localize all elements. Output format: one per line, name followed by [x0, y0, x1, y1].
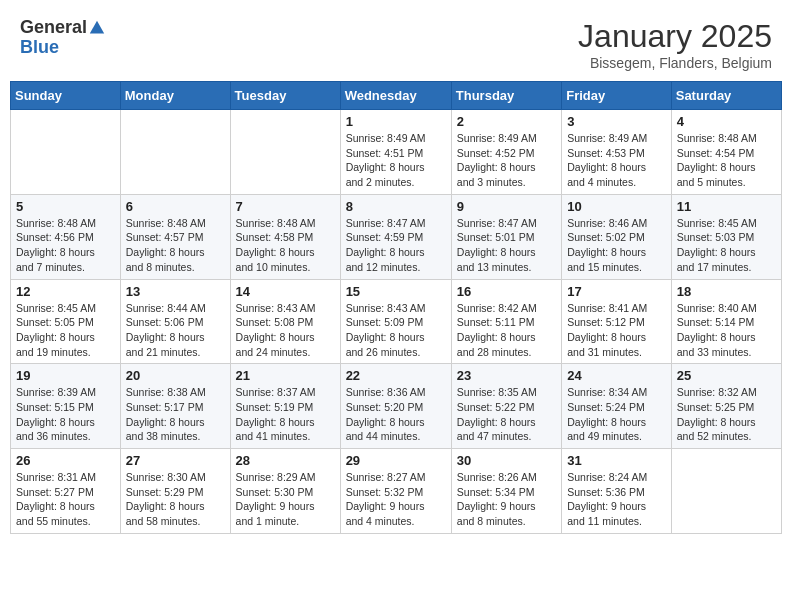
calendar-cell: 10Sunrise: 8:46 AM Sunset: 5:02 PM Dayli…: [562, 194, 672, 279]
calendar-cell: 30Sunrise: 8:26 AM Sunset: 5:34 PM Dayli…: [451, 449, 561, 534]
header: General Blue January 2025 Bissegem, Flan…: [10, 10, 782, 77]
weekday-header-friday: Friday: [562, 82, 672, 110]
day-number: 27: [126, 453, 225, 468]
day-number: 23: [457, 368, 556, 383]
calendar-cell: 24Sunrise: 8:34 AM Sunset: 5:24 PM Dayli…: [562, 364, 672, 449]
calendar-cell: 21Sunrise: 8:37 AM Sunset: 5:19 PM Dayli…: [230, 364, 340, 449]
location-text: Bissegem, Flanders, Belgium: [578, 55, 772, 71]
calendar-cell: [11, 110, 121, 195]
day-info: Sunrise: 8:31 AM Sunset: 5:27 PM Dayligh…: [16, 470, 115, 529]
day-info: Sunrise: 8:35 AM Sunset: 5:22 PM Dayligh…: [457, 385, 556, 444]
day-number: 5: [16, 199, 115, 214]
calendar-cell: 11Sunrise: 8:45 AM Sunset: 5:03 PM Dayli…: [671, 194, 781, 279]
title-area: January 2025 Bissegem, Flanders, Belgium: [578, 18, 772, 71]
day-info: Sunrise: 8:32 AM Sunset: 5:25 PM Dayligh…: [677, 385, 776, 444]
day-info: Sunrise: 8:48 AM Sunset: 4:57 PM Dayligh…: [126, 216, 225, 275]
day-info: Sunrise: 8:49 AM Sunset: 4:52 PM Dayligh…: [457, 131, 556, 190]
day-info: Sunrise: 8:41 AM Sunset: 5:12 PM Dayligh…: [567, 301, 666, 360]
day-number: 11: [677, 199, 776, 214]
day-number: 8: [346, 199, 446, 214]
day-info: Sunrise: 8:43 AM Sunset: 5:08 PM Dayligh…: [236, 301, 335, 360]
svg-marker-0: [90, 21, 104, 34]
day-number: 26: [16, 453, 115, 468]
logo-general-text: General: [20, 18, 87, 38]
logo-blue-text: Blue: [20, 38, 106, 58]
day-info: Sunrise: 8:42 AM Sunset: 5:11 PM Dayligh…: [457, 301, 556, 360]
calendar-cell: 17Sunrise: 8:41 AM Sunset: 5:12 PM Dayli…: [562, 279, 672, 364]
day-number: 6: [126, 199, 225, 214]
day-number: 21: [236, 368, 335, 383]
calendar-cell: [120, 110, 230, 195]
day-number: 20: [126, 368, 225, 383]
day-number: 17: [567, 284, 666, 299]
day-number: 2: [457, 114, 556, 129]
calendar-cell: 15Sunrise: 8:43 AM Sunset: 5:09 PM Dayli…: [340, 279, 451, 364]
day-info: Sunrise: 8:46 AM Sunset: 5:02 PM Dayligh…: [567, 216, 666, 275]
calendar-cell: 22Sunrise: 8:36 AM Sunset: 5:20 PM Dayli…: [340, 364, 451, 449]
calendar-cell: 3Sunrise: 8:49 AM Sunset: 4:53 PM Daylig…: [562, 110, 672, 195]
day-number: 15: [346, 284, 446, 299]
logo-icon: [88, 19, 106, 37]
day-number: 9: [457, 199, 556, 214]
day-info: Sunrise: 8:37 AM Sunset: 5:19 PM Dayligh…: [236, 385, 335, 444]
day-number: 30: [457, 453, 556, 468]
calendar-cell: 25Sunrise: 8:32 AM Sunset: 5:25 PM Dayli…: [671, 364, 781, 449]
day-number: 13: [126, 284, 225, 299]
calendar-cell: 16Sunrise: 8:42 AM Sunset: 5:11 PM Dayli…: [451, 279, 561, 364]
calendar-cell: 12Sunrise: 8:45 AM Sunset: 5:05 PM Dayli…: [11, 279, 121, 364]
calendar-cell: 13Sunrise: 8:44 AM Sunset: 5:06 PM Dayli…: [120, 279, 230, 364]
day-number: 29: [346, 453, 446, 468]
calendar-cell: [230, 110, 340, 195]
calendar-cell: 5Sunrise: 8:48 AM Sunset: 4:56 PM Daylig…: [11, 194, 121, 279]
day-info: Sunrise: 8:49 AM Sunset: 4:53 PM Dayligh…: [567, 131, 666, 190]
day-info: Sunrise: 8:24 AM Sunset: 5:36 PM Dayligh…: [567, 470, 666, 529]
day-number: 24: [567, 368, 666, 383]
day-info: Sunrise: 8:48 AM Sunset: 4:58 PM Dayligh…: [236, 216, 335, 275]
calendar-cell: 31Sunrise: 8:24 AM Sunset: 5:36 PM Dayli…: [562, 449, 672, 534]
weekday-header-sunday: Sunday: [11, 82, 121, 110]
calendar-cell: 19Sunrise: 8:39 AM Sunset: 5:15 PM Dayli…: [11, 364, 121, 449]
day-info: Sunrise: 8:47 AM Sunset: 5:01 PM Dayligh…: [457, 216, 556, 275]
day-info: Sunrise: 8:44 AM Sunset: 5:06 PM Dayligh…: [126, 301, 225, 360]
day-info: Sunrise: 8:43 AM Sunset: 5:09 PM Dayligh…: [346, 301, 446, 360]
weekday-header-tuesday: Tuesday: [230, 82, 340, 110]
calendar-cell: 28Sunrise: 8:29 AM Sunset: 5:30 PM Dayli…: [230, 449, 340, 534]
day-number: 28: [236, 453, 335, 468]
calendar-cell: 4Sunrise: 8:48 AM Sunset: 4:54 PM Daylig…: [671, 110, 781, 195]
calendar-cell: 2Sunrise: 8:49 AM Sunset: 4:52 PM Daylig…: [451, 110, 561, 195]
day-info: Sunrise: 8:47 AM Sunset: 4:59 PM Dayligh…: [346, 216, 446, 275]
day-info: Sunrise: 8:45 AM Sunset: 5:05 PM Dayligh…: [16, 301, 115, 360]
calendar: SundayMondayTuesdayWednesdayThursdayFrid…: [10, 81, 782, 534]
day-number: 16: [457, 284, 556, 299]
weekday-header-thursday: Thursday: [451, 82, 561, 110]
day-number: 12: [16, 284, 115, 299]
day-info: Sunrise: 8:48 AM Sunset: 4:56 PM Dayligh…: [16, 216, 115, 275]
calendar-cell: 9Sunrise: 8:47 AM Sunset: 5:01 PM Daylig…: [451, 194, 561, 279]
day-number: 3: [567, 114, 666, 129]
logo: General Blue: [20, 18, 106, 58]
day-number: 18: [677, 284, 776, 299]
day-info: Sunrise: 8:36 AM Sunset: 5:20 PM Dayligh…: [346, 385, 446, 444]
calendar-cell: [671, 449, 781, 534]
day-number: 4: [677, 114, 776, 129]
day-info: Sunrise: 8:48 AM Sunset: 4:54 PM Dayligh…: [677, 131, 776, 190]
calendar-cell: 8Sunrise: 8:47 AM Sunset: 4:59 PM Daylig…: [340, 194, 451, 279]
day-info: Sunrise: 8:27 AM Sunset: 5:32 PM Dayligh…: [346, 470, 446, 529]
calendar-cell: 26Sunrise: 8:31 AM Sunset: 5:27 PM Dayli…: [11, 449, 121, 534]
day-number: 14: [236, 284, 335, 299]
day-number: 22: [346, 368, 446, 383]
calendar-cell: 6Sunrise: 8:48 AM Sunset: 4:57 PM Daylig…: [120, 194, 230, 279]
day-number: 1: [346, 114, 446, 129]
day-number: 31: [567, 453, 666, 468]
day-info: Sunrise: 8:26 AM Sunset: 5:34 PM Dayligh…: [457, 470, 556, 529]
day-info: Sunrise: 8:45 AM Sunset: 5:03 PM Dayligh…: [677, 216, 776, 275]
weekday-header-saturday: Saturday: [671, 82, 781, 110]
day-info: Sunrise: 8:34 AM Sunset: 5:24 PM Dayligh…: [567, 385, 666, 444]
day-info: Sunrise: 8:29 AM Sunset: 5:30 PM Dayligh…: [236, 470, 335, 529]
day-info: Sunrise: 8:38 AM Sunset: 5:17 PM Dayligh…: [126, 385, 225, 444]
calendar-cell: 18Sunrise: 8:40 AM Sunset: 5:14 PM Dayli…: [671, 279, 781, 364]
calendar-cell: 20Sunrise: 8:38 AM Sunset: 5:17 PM Dayli…: [120, 364, 230, 449]
weekday-header-monday: Monday: [120, 82, 230, 110]
calendar-cell: 23Sunrise: 8:35 AM Sunset: 5:22 PM Dayli…: [451, 364, 561, 449]
calendar-cell: 27Sunrise: 8:30 AM Sunset: 5:29 PM Dayli…: [120, 449, 230, 534]
